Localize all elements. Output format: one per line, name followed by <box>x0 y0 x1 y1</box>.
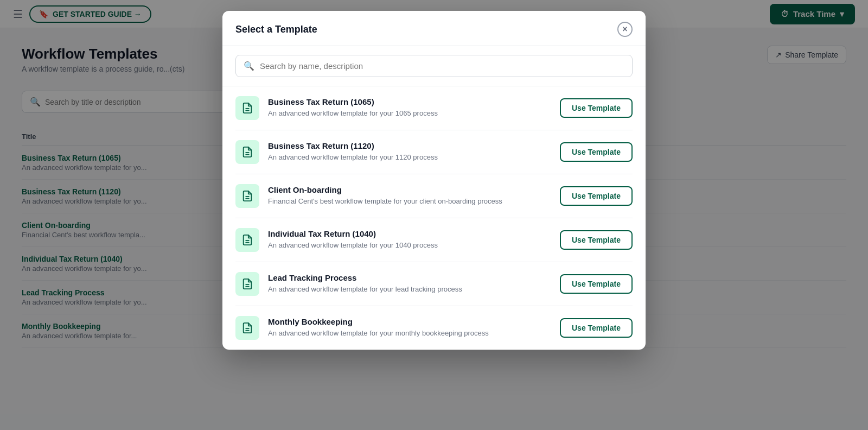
select-template-modal: Select a Template × 🔍 Business Tax Retur… <box>222 11 646 350</box>
template-icon-3 <box>235 228 259 252</box>
template-info-5: Monthly Bookkeeping An advanced workflow… <box>268 317 551 339</box>
template-row: Lead Tracking Process An advanced workfl… <box>235 262 633 306</box>
template-desc-0: An advanced workflow template for your 1… <box>268 108 551 119</box>
document-icon <box>241 146 253 158</box>
template-icon-0 <box>235 96 259 120</box>
use-template-button-2[interactable]: Use Template <box>560 186 633 206</box>
template-icon-1 <box>235 140 259 164</box>
template-row: Individual Tax Return (1040) An advanced… <box>235 218 633 262</box>
search-icon: 🔍 <box>244 61 254 71</box>
template-name-0: Business Tax Return (1065) <box>268 97 551 106</box>
template-info-1: Business Tax Return (1120) An advanced w… <box>268 141 551 163</box>
use-template-button-0[interactable]: Use Template <box>560 98 633 118</box>
modal-header: Select a Template × <box>222 11 646 46</box>
document-icon <box>241 102 253 114</box>
modal-title: Select a Template <box>235 24 317 35</box>
template-row: Client On-boarding Financial Cent's best… <box>235 174 633 218</box>
template-info-3: Individual Tax Return (1040) An advanced… <box>268 229 551 251</box>
template-info-0: Business Tax Return (1065) An advanced w… <box>268 97 551 119</box>
template-desc-2: Financial Cent's best workflow template … <box>268 196 551 207</box>
use-template-button-3[interactable]: Use Template <box>560 230 633 250</box>
template-desc-1: An advanced workflow template for your 1… <box>268 152 551 163</box>
template-name-3: Individual Tax Return (1040) <box>268 229 551 238</box>
template-icon-5 <box>235 316 259 340</box>
close-icon: × <box>622 24 627 34</box>
use-template-button-1[interactable]: Use Template <box>560 142 633 162</box>
template-desc-5: An advanced workflow template for your m… <box>268 328 551 339</box>
template-desc-4: An advanced workflow template for your l… <box>268 284 551 295</box>
use-template-button-5[interactable]: Use Template <box>560 318 633 338</box>
template-name-2: Client On-boarding <box>268 185 551 194</box>
template-name-4: Lead Tracking Process <box>268 273 551 282</box>
template-icon-2 <box>235 184 259 208</box>
template-info-4: Lead Tracking Process An advanced workfl… <box>268 273 551 295</box>
template-row: Monthly Bookkeeping An advanced workflow… <box>235 306 633 350</box>
template-row: Business Tax Return (1065) An advanced w… <box>235 86 633 130</box>
document-icon <box>241 278 253 290</box>
template-desc-3: An advanced workflow template for your 1… <box>268 240 551 251</box>
template-name-1: Business Tax Return (1120) <box>268 141 551 150</box>
use-template-button-4[interactable]: Use Template <box>560 274 633 294</box>
template-icon-4 <box>235 272 259 296</box>
template-row: Business Tax Return (1120) An advanced w… <box>235 130 633 174</box>
modal-search-input[interactable] <box>260 61 624 71</box>
modal-search-section: 🔍 <box>222 46 646 86</box>
modal-close-button[interactable]: × <box>617 22 633 37</box>
modal-search-inner: 🔍 <box>235 55 633 77</box>
document-icon <box>241 322 253 334</box>
template-name-5: Monthly Bookkeeping <box>268 317 551 326</box>
document-icon <box>241 190 253 202</box>
document-icon <box>241 234 253 246</box>
modal-template-list: Business Tax Return (1065) An advanced w… <box>222 86 646 350</box>
template-info-2: Client On-boarding Financial Cent's best… <box>268 185 551 207</box>
